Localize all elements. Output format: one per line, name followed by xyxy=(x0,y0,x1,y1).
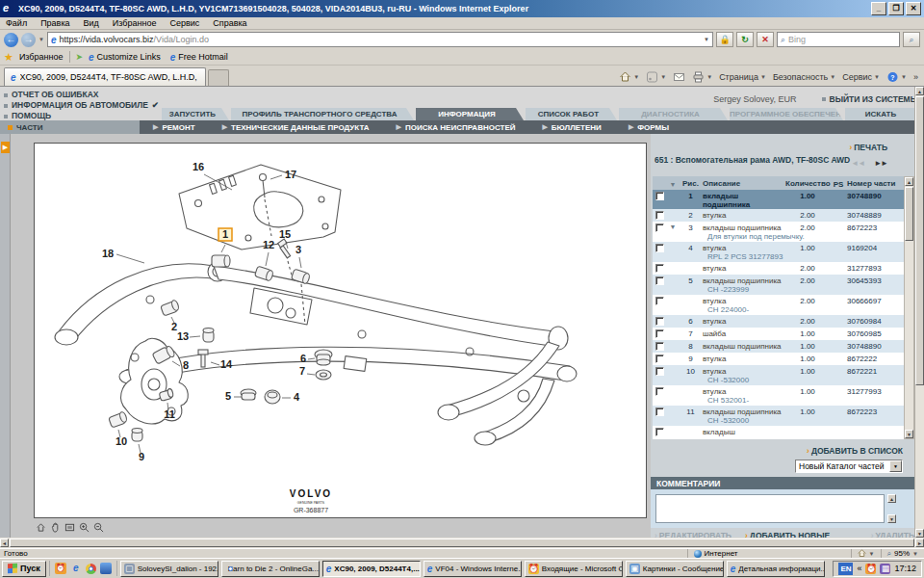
diagram-callout[interactable]: 8 xyxy=(183,359,189,371)
add-to-list-link[interactable]: ›ДОБАВИТЬ В СПИСОК xyxy=(807,446,903,456)
comments-scroll-down-icon[interactable]: ▼ xyxy=(887,514,896,523)
diagram-callout[interactable]: 12 xyxy=(263,239,274,250)
zoom-in-icon[interactable] xyxy=(79,522,90,533)
catalog-dropdown[interactable]: Новый Каталог частей ▼ xyxy=(795,460,903,473)
taskbar-task[interactable]: ▣Картинки - Сообщение xyxy=(626,561,724,577)
diagram-callout[interactable]: 11 xyxy=(164,408,175,420)
refresh-button[interactable]: ↻ xyxy=(736,32,754,47)
diagram-callout[interactable]: 18 xyxy=(102,248,114,259)
zoom-out-icon[interactable] xyxy=(93,522,104,533)
scroll-down-icon[interactable]: ▼ xyxy=(905,430,913,438)
close-button[interactable]: ✕ xyxy=(906,2,921,15)
tools-menu[interactable]: Сервис▼ xyxy=(842,72,880,82)
parts-table-row[interactable]: втулкаCH 532001-1.0031277993 xyxy=(653,385,904,406)
row-checkbox[interactable] xyxy=(655,192,664,200)
scroll-left-icon[interactable]: ◄ xyxy=(0,539,9,547)
row-checkbox[interactable] xyxy=(655,367,664,376)
parts-table-row[interactable]: 10втулкаCH -5320001.008672221 xyxy=(653,365,904,385)
diagram-callout[interactable]: 14 xyxy=(220,358,233,370)
diagram-callout[interactable]: 10 xyxy=(116,435,127,447)
taskbar-task[interactable]: ▢SoloveySI_dalion - 192.... xyxy=(120,561,218,577)
main-tab[interactable]: СПИСОК РАБОТ xyxy=(526,108,617,120)
favorites-link[interactable]: eFree Hotmail xyxy=(170,52,228,63)
page-menu[interactable]: Страница▼ xyxy=(719,72,766,82)
sort-icon[interactable]: ▼ xyxy=(667,179,679,188)
zoom-box-icon[interactable] xyxy=(64,522,75,533)
favorites-link[interactable]: eCustomize Links xyxy=(89,52,161,63)
favorites-label[interactable]: Избранное xyxy=(19,52,64,62)
forward-button[interactable]: → xyxy=(21,33,36,47)
sub-tab[interactable]: ЧАСТИ xyxy=(0,120,140,134)
zoom-control[interactable]: ⌕95%▼ xyxy=(881,549,924,559)
main-tab[interactable]: ЗАПУСТИТЬ xyxy=(162,108,229,120)
comments-input[interactable] xyxy=(655,494,885,523)
menu-item[interactable]: Правка xyxy=(40,18,69,28)
quick-link[interactable]: ОТЧЕТ ОБ ОШИБКАХ xyxy=(4,90,159,100)
parts-table-row[interactable]: 1вкладыш подшипника1.0030748890 xyxy=(653,190,904,209)
dropdown-arrow-icon[interactable]: ▼ xyxy=(889,460,902,472)
diagram-callout[interactable]: 9 xyxy=(139,451,144,462)
parts-diagram[interactable]: 161718112153213148675411109 VOLVO GENUIN… xyxy=(34,143,647,518)
parts-table-row[interactable]: втулка2.0031277893 xyxy=(653,262,904,275)
protected-mode-button[interactable]: ▼ xyxy=(851,549,881,559)
diagram-callout[interactable]: 4 xyxy=(294,391,300,403)
restore-button[interactable]: ❐ xyxy=(888,2,904,15)
tray-reminder-icon[interactable]: ⏰ xyxy=(865,564,876,574)
row-checkbox[interactable] xyxy=(655,428,664,436)
sub-tab[interactable]: ▶ТЕХНИЧЕСКИЕ ДАННЫЕ ПРОДУКТА xyxy=(209,120,383,134)
table-scrollbar[interactable]: ▲ ▼ xyxy=(904,176,914,439)
pager-next-icon[interactable]: ►► xyxy=(874,159,887,168)
row-checkbox[interactable] xyxy=(655,223,664,232)
sub-tab[interactable]: ▶ПОИСКА НЕИСПРАВНОСТЕЙ xyxy=(383,120,529,134)
parts-table-row[interactable]: 6втулка2.0030760984 xyxy=(653,315,904,328)
sub-tab[interactable]: ▶БЮЛЛЕТЕНИ xyxy=(528,120,614,134)
row-checkbox[interactable] xyxy=(655,276,664,285)
quick-launch-outlook-icon[interactable]: ⏰ xyxy=(55,563,66,574)
parts-table-row[interactable]: 9втулка1.008672222 xyxy=(653,353,904,365)
parts-table-row[interactable]: вкладыш xyxy=(653,426,904,438)
print-link[interactable]: ›ПЕЧАТЬ xyxy=(849,143,887,152)
taskbar-task[interactable]: eДетальная информаци... xyxy=(727,561,825,577)
row-checkbox[interactable] xyxy=(655,211,664,220)
taskbar-task[interactable]: Earn to Die 2 - OnlineGa... xyxy=(221,561,320,577)
stop-button[interactable]: ✕ xyxy=(757,32,774,47)
tray-app-icon[interactable]: ▦ xyxy=(880,564,890,574)
browser-tab-active[interactable]: e XC90, 2009, D5244T4, TF-80SC AWD, L.H.… xyxy=(4,67,206,86)
parts-table-row[interactable]: 7шайба1.0030760985 xyxy=(653,328,904,340)
menu-item[interactable]: Справка xyxy=(213,18,246,28)
diagram-callout[interactable]: 1 xyxy=(222,228,228,240)
row-checkbox[interactable] xyxy=(655,355,664,363)
safety-menu[interactable]: Безопасность▼ xyxy=(773,72,835,82)
parts-table-row[interactable]: 2втулка2.0030748889 xyxy=(653,209,904,222)
page-scroll-up-icon[interactable]: ▲ xyxy=(915,87,924,95)
help-menu[interactable]: ?▼ xyxy=(886,71,907,83)
add-comment-link[interactable]: ›ДОБАВИТЬ НОВЫЕ ДАННЫЕ xyxy=(745,531,858,538)
row-checkbox[interactable] xyxy=(655,407,664,416)
minimize-button[interactable]: _ xyxy=(871,2,886,15)
parts-table-row[interactable]: 8вкладыш подшипника1.0030748890 xyxy=(653,340,904,353)
diagram-callout[interactable]: 6 xyxy=(300,353,306,364)
row-checkbox[interactable] xyxy=(655,342,664,351)
diagram-callout[interactable]: 3 xyxy=(295,244,301,255)
row-checkbox[interactable] xyxy=(655,387,664,396)
quick-launch-chrome-icon[interactable] xyxy=(86,564,96,574)
diagram-callout[interactable]: 17 xyxy=(285,169,296,180)
diagram-callout[interactable]: 13 xyxy=(177,330,189,342)
search-input[interactable]: ⌕ Bing xyxy=(777,32,900,47)
main-tab[interactable]: ИСКАТЬ xyxy=(845,108,922,120)
history-dropdown-icon[interactable]: ▼ xyxy=(38,37,44,42)
sub-tab[interactable]: ▶РЕМОНТ xyxy=(140,120,209,134)
main-tab[interactable]: ПРОФИЛЬ ТРАНСПОРТНОГО СРЕДСТВА xyxy=(231,108,414,120)
row-checkbox[interactable] xyxy=(655,244,664,252)
parts-table-row[interactable]: втулкаCH 224000-2.0030666697 xyxy=(653,295,904,315)
address-input[interactable]: e https://vida.volvocars.biz/Vida/Login.… xyxy=(47,32,713,47)
diagram-callout[interactable]: 15 xyxy=(279,228,291,240)
reset-view-icon[interactable] xyxy=(36,522,46,533)
page-horizontal-scrollbar[interactable]: ◄ ► xyxy=(0,538,924,548)
quick-launch-ie-icon[interactable]: e xyxy=(70,563,82,574)
parts-table-row[interactable]: 4втулкаRPL 2 PCS 312778931.009169204 xyxy=(653,242,904,262)
parts-table-row[interactable]: 5вкладыш подшипникаCH -2239992.003064539… xyxy=(653,275,904,295)
new-tab-button[interactable] xyxy=(208,69,229,86)
row-checkbox[interactable] xyxy=(655,297,664,305)
feeds-button[interactable]: ▼ xyxy=(646,71,666,83)
